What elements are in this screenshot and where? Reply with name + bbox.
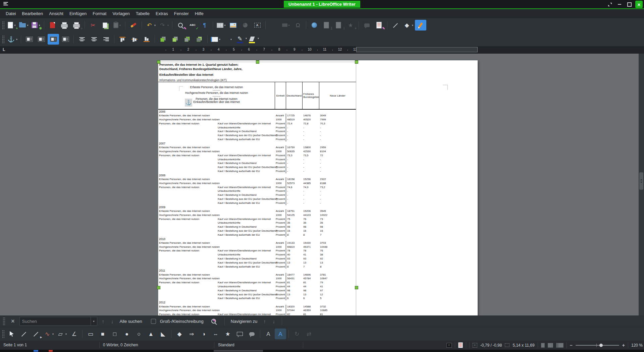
frame-handle-top-right[interactable]: [355, 60, 358, 64]
clone-formatting-icon[interactable]: [128, 20, 139, 31]
insert-special-character-icon[interactable]: Ω: [292, 20, 304, 31]
taskbar-item[interactable]: [214, 350, 263, 352]
search-field[interactable]: [20, 319, 91, 324]
send-backward-icon[interactable]: [181, 34, 193, 45]
page-style[interactable]: Standard: [218, 343, 234, 347]
redo-icon[interactable]: ↷▾: [157, 20, 170, 31]
menu-format[interactable]: Format: [90, 9, 109, 18]
menu-datei[interactable]: Datei: [3, 9, 19, 18]
minimize-button[interactable]: [616, 1, 623, 8]
align-middle-icon[interactable]: [129, 34, 140, 45]
insert-hyperlink-icon[interactable]: [309, 20, 320, 31]
wrap-optimal-icon[interactable]: [48, 34, 59, 45]
menu-hilfe[interactable]: Hilfe: [192, 9, 207, 18]
search-input[interactable]: ▾: [19, 317, 97, 326]
vertical-scrollbar[interactable]: [639, 54, 644, 315]
select-icon[interactable]: [6, 329, 17, 339]
highlight-color-icon[interactable]: ▾: [246, 34, 258, 45]
cut-icon[interactable]: ✂: [87, 20, 99, 31]
toolbar-grip[interactable]: [3, 317, 5, 325]
selected-text-frame[interactable]: Personen, die das Internet im 1. Quartal…: [158, 62, 356, 315]
ellipse-filled-icon[interactable]: ●: [121, 329, 132, 339]
navigate-next-button[interactable]: ↓: [271, 318, 277, 324]
align-top-icon[interactable]: [117, 34, 128, 45]
document-page[interactable]: Personen, die das Internet im 1. Quartal…: [158, 60, 478, 315]
document-modified-icon[interactable]: [458, 342, 463, 348]
wrap-parallel-icon[interactable]: [36, 34, 47, 45]
find-and-replace-icon[interactable]: ✎: [175, 20, 186, 31]
horizontal-ruler[interactable]: L 1234567891011121314151617181920: [0, 46, 644, 54]
menu-extras[interactable]: Extras: [153, 9, 171, 18]
toolbar-grip[interactable]: [2, 21, 4, 29]
print-icon[interactable]: [59, 20, 70, 31]
find-and-replace-icon[interactable]: ✎: [208, 316, 219, 327]
toolbar-grip[interactable]: [2, 330, 4, 338]
formatting-marks-icon[interactable]: ¶: [199, 20, 210, 31]
close-button[interactable]: ×: [635, 1, 643, 8]
close-findbar-button[interactable]: ×: [9, 318, 17, 325]
triangle-icon[interactable]: ▲: [145, 329, 157, 339]
curve-icon[interactable]: ∿▾: [42, 329, 55, 339]
bring-to-front-icon[interactable]: [157, 34, 169, 45]
find-previous-button[interactable]: ↑: [100, 318, 107, 324]
block-arrow-icon[interactable]: ⇒: [186, 329, 197, 339]
flip-icon[interactable]: ⇄: [303, 329, 315, 339]
menu-ansicht[interactable]: Ansicht: [46, 9, 66, 18]
right-triangle-icon[interactable]: ◣: [157, 329, 169, 339]
print-preview-icon[interactable]: ○: [71, 20, 82, 31]
new-document-icon[interactable]: +▾: [6, 20, 17, 31]
frame-handle-middle-left[interactable]: [157, 286, 160, 289]
border-style-icon[interactable]: ▾: [222, 34, 233, 45]
frame-handle-top-middle[interactable]: [256, 60, 259, 64]
align-center-icon[interactable]: [88, 34, 100, 45]
frame-handle-middle-right[interactable]: [355, 286, 358, 289]
hamburger-menu-icon[interactable]: [3, 2, 8, 5]
align-left-icon[interactable]: [76, 34, 88, 45]
zoom-level[interactable]: 120 %: [631, 343, 643, 348]
insert-table-icon[interactable]: ▾: [215, 20, 227, 31]
save-icon[interactable]: ✱▾: [30, 20, 42, 31]
search-history-dropdown[interactable]: ▾: [91, 317, 97, 326]
track-changes-icon[interactable]: ✎: [373, 20, 385, 31]
insert-bookmark-icon[interactable]: ★+: [345, 20, 356, 31]
zoom-in-button[interactable]: +: [622, 343, 625, 348]
show-draw-functions-icon[interactable]: [415, 20, 426, 31]
tab-stop-selector[interactable]: L: [3, 47, 5, 52]
word-count[interactable]: 0 Wörter, 0 Zeichen: [103, 343, 138, 347]
selection-mode-icon[interactable]: I: [446, 343, 452, 348]
fontwork-icon[interactable]: A: [263, 329, 274, 339]
rotate-icon[interactable]: ↻: [291, 329, 303, 339]
toolbar-grip[interactable]: [2, 35, 4, 43]
taskbar-icon-red[interactable]: [49, 350, 53, 352]
restore-window-button[interactable]: [606, 1, 613, 8]
zoom-slider-handle[interactable]: [599, 344, 603, 347]
find-next-button[interactable]: ↓: [109, 318, 116, 324]
line-ends-arrow-icon[interactable]: ▸: [30, 329, 42, 339]
scrollbar-thumb[interactable]: [639, 172, 643, 190]
freeform-line-icon[interactable]: ∠: [68, 329, 80, 339]
rectangle-icon[interactable]: ▭: [85, 329, 96, 339]
send-to-back-icon[interactable]: [194, 34, 205, 45]
menu-vorlagen[interactable]: Vorlagen: [109, 9, 132, 18]
match-case-checkbox[interactable]: [151, 319, 156, 324]
data-table[interactable]: Erfasste Personen, die das Internet nutz…: [158, 82, 356, 315]
anchor-icon[interactable]: ⚓▾: [6, 34, 18, 45]
wrap-through-icon[interactable]: [60, 34, 71, 45]
align-bottom-icon[interactable]: [141, 34, 152, 45]
circle-pie-icon[interactable]: ◑: [198, 329, 209, 339]
insert-page-break-icon[interactable]: [268, 20, 279, 31]
taskbar-icon-blue[interactable]: [34, 350, 38, 352]
polygon-icon[interactable]: ▱▾: [55, 329, 68, 339]
menu-tabelle[interactable]: Tabelle: [133, 9, 153, 18]
insert-endnote-icon[interactable]: i: [333, 20, 344, 31]
square-icon[interactable]: □: [109, 329, 120, 339]
zoom-out-button[interactable]: −: [570, 343, 573, 348]
diamond-icon[interactable]: ◆: [174, 329, 185, 339]
export-pdf-icon[interactable]: [47, 20, 58, 31]
round-callout-icon[interactable]: [246, 329, 258, 339]
zoom-slider[interactable]: [576, 345, 619, 346]
double-arrow-icon[interactable]: ⇔: [210, 329, 221, 339]
line-icon[interactable]: [18, 329, 30, 339]
wrap-off-icon[interactable]: [23, 34, 35, 45]
menu-fenster[interactable]: Fenster: [171, 9, 192, 18]
